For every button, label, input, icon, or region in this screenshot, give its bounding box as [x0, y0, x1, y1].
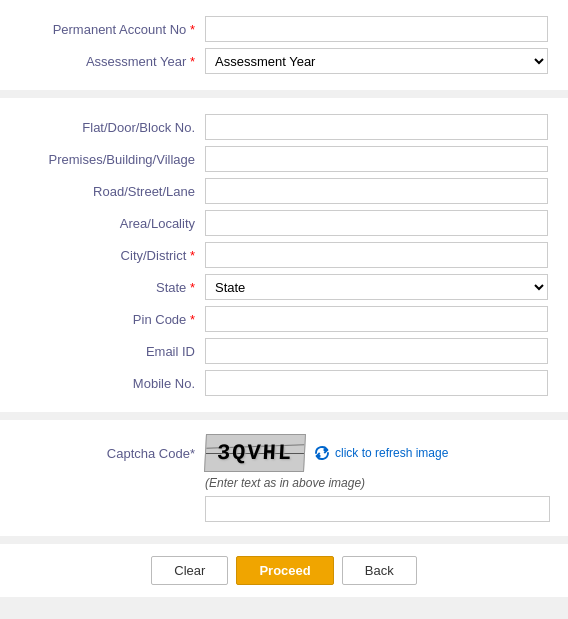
back-button[interactable]: Back [342, 556, 417, 585]
refresh-captcha-link[interactable]: click to refresh image [313, 444, 448, 462]
permanent-account-input[interactable] [205, 16, 548, 42]
permanent-account-row: Permanent Account No * [20, 16, 548, 42]
road-row: Road/Street/Lane [20, 178, 548, 204]
flat-door-input[interactable] [205, 114, 548, 140]
road-label: Road/Street/Lane [20, 184, 205, 199]
captcha-row: Captcha Code* 3QVHL click to refresh ima… [20, 434, 548, 472]
assessment-year-label: Assessment Year * [20, 54, 205, 69]
email-input[interactable] [205, 338, 548, 364]
state-label: State * [20, 280, 205, 295]
pin-code-row: Pin Code * [20, 306, 548, 332]
premises-input[interactable] [205, 146, 548, 172]
captcha-image: 3QVHL [204, 434, 306, 472]
clear-button[interactable]: Clear [151, 556, 228, 585]
refresh-icon [313, 444, 331, 462]
flat-door-row: Flat/Door/Block No. [20, 114, 548, 140]
permanent-account-label: Permanent Account No * [20, 22, 205, 37]
state-select[interactable]: State [205, 274, 548, 300]
area-input[interactable] [205, 210, 548, 236]
road-input[interactable] [205, 178, 548, 204]
proceed-button[interactable]: Proceed [236, 556, 333, 585]
premises-label: Premises/Building/Village [20, 152, 205, 167]
assessment-year-select[interactable]: Assessment Year 2023-24 2022-23 2021-22 … [205, 48, 548, 74]
mobile-row: Mobile No. [20, 370, 548, 396]
city-label: City/District * [20, 248, 205, 263]
captcha-input[interactable] [205, 496, 550, 522]
email-label: Email ID [20, 344, 205, 359]
captcha-label: Captcha Code* [20, 446, 205, 461]
pin-code-input[interactable] [205, 306, 548, 332]
pin-code-label: Pin Code * [20, 312, 205, 327]
city-input[interactable] [205, 242, 548, 268]
captcha-hint: (Enter text as in above image) [205, 476, 548, 490]
button-section: Clear Proceed Back [0, 544, 568, 597]
city-row: City/District * [20, 242, 548, 268]
address-section: Flat/Door/Block No. Premises/Building/Vi… [0, 98, 568, 412]
assessment-year-row: Assessment Year * Assessment Year 2023-2… [20, 48, 548, 74]
mobile-label: Mobile No. [20, 376, 205, 391]
email-row: Email ID [20, 338, 548, 364]
flat-door-label: Flat/Door/Block No. [20, 120, 205, 135]
captcha-input-row [20, 496, 548, 522]
state-row: State * State [20, 274, 548, 300]
premises-row: Premises/Building/Village [20, 146, 548, 172]
area-row: Area/Locality [20, 210, 548, 236]
captcha-section: Captcha Code* 3QVHL click to refresh ima… [0, 420, 568, 536]
area-label: Area/Locality [20, 216, 205, 231]
top-section: Permanent Account No * Assessment Year *… [0, 0, 568, 90]
mobile-input[interactable] [205, 370, 548, 396]
